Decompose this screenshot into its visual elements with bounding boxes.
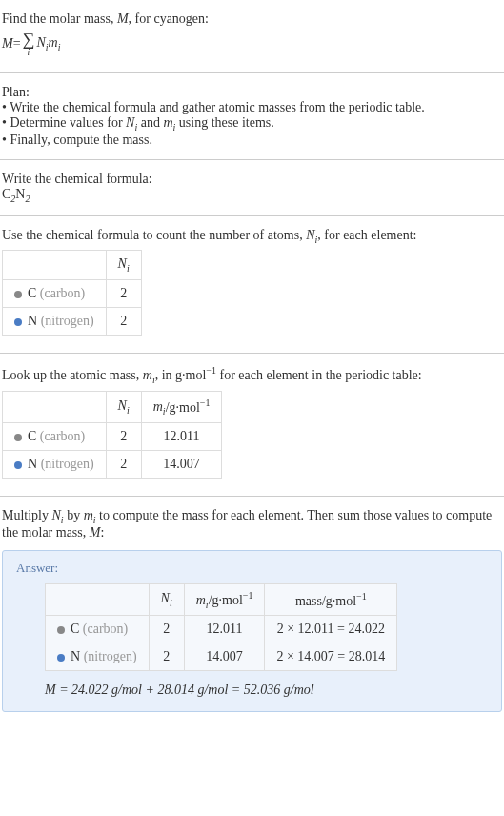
table-header-row: Ni mi/g·mol−1 — [3, 391, 222, 422]
eq-equals: = — [13, 36, 21, 51]
element-cell: C (carbon) — [3, 423, 107, 451]
header-empty — [46, 583, 150, 615]
element-cell: N (nitrogen) — [46, 643, 150, 671]
intro-section: Find the molar mass, M, for cyanogen: M … — [0, 8, 504, 65]
table-row: N (nitrogen) 2 14.007 2 × 14.007 = 28.01… — [46, 643, 397, 671]
table-row: N (nitrogen) 2 — [3, 308, 142, 336]
lookup-table: Ni mi/g·mol−1 C (carbon) 2 12.011 N (nit… — [2, 391, 222, 479]
mass-cell: 2 × 12.011 = 24.022 — [265, 616, 397, 643]
intro-prefix: Find the molar mass, — [2, 11, 117, 26]
multiply-section: Multiply Ni by mi to compute the mass fo… — [0, 504, 504, 544]
mi-cell: 14.007 — [184, 643, 265, 671]
element-cell: N (nitrogen) — [3, 451, 107, 479]
ni-cell: 2 — [149, 643, 184, 671]
eq-lhs: M — [2, 36, 13, 51]
plan-heading: Plan: — [2, 85, 502, 100]
header-ni: Ni — [149, 583, 184, 615]
plan-bullet-1: • Write the chemical formula and gather … — [2, 100, 502, 115]
element-cell: N (nitrogen) — [3, 308, 107, 336]
answer-box: Answer: Ni mi/g·mol−1 mass/g·mol−1 C (ca… — [2, 550, 502, 712]
formula-section: Write the chemical formula: C2N2 — [0, 168, 504, 208]
divider — [0, 215, 504, 216]
table-header-row: Ni — [3, 251, 142, 280]
count-heading: Use the chemical formula to count the nu… — [2, 228, 502, 245]
table-row: N (nitrogen) 2 14.007 — [3, 451, 222, 479]
divider — [0, 72, 504, 73]
header-mass: mass/g·mol−1 — [265, 583, 397, 615]
table-header-row: Ni mi/g·mol−1 mass/g·mol−1 — [46, 583, 397, 615]
nitrogen-dot-icon — [57, 654, 65, 662]
header-mi: mi/g·mol−1 — [141, 391, 222, 422]
carbon-dot-icon — [57, 626, 65, 634]
nitrogen-dot-icon — [14, 461, 22, 469]
chemical-formula: C2N2 — [2, 187, 502, 204]
final-equation: M = 24.022 g/mol + 28.014 g/mol = 52.036… — [45, 683, 488, 698]
mi-cell: 12.011 — [141, 423, 222, 451]
lookup-heading: Look up the atomic mass, mi, in g·mol−1 … — [2, 365, 502, 384]
nitrogen-dot-icon — [14, 318, 22, 326]
header-ni: Ni — [106, 391, 141, 422]
ni-cell: 2 — [106, 451, 141, 479]
count-table: Ni C (carbon) 2 N (nitrogen) 2 — [2, 250, 142, 336]
lookup-section: Look up the atomic mass, mi, in g·mol−1 … — [0, 361, 504, 488]
mi-cell: 12.011 — [184, 616, 265, 643]
sigma-icon: ∑ i — [23, 31, 35, 57]
multiply-text: Multiply Ni by mi to compute the mass fo… — [2, 508, 502, 541]
element-cell: C (carbon) — [3, 280, 107, 308]
carbon-dot-icon — [14, 434, 22, 441]
header-ni: Ni — [106, 251, 141, 280]
header-mi: mi/g·mol−1 — [184, 583, 265, 615]
table-row: C (carbon) 2 12.011 2 × 12.011 = 24.022 — [46, 616, 397, 643]
divider — [0, 496, 504, 497]
plan-bullet-2: • Determine values for Ni and mi using t… — [2, 115, 502, 133]
element-cell: C (carbon) — [46, 616, 150, 643]
intro-line: Find the molar mass, M, for cyanogen: — [2, 11, 502, 27]
eq-mi: mi — [49, 35, 61, 52]
plan-bullet-3: • Finally, compute the mass. — [2, 133, 502, 148]
divider — [0, 353, 504, 354]
answer-table: Ni mi/g·mol−1 mass/g·mol−1 C (carbon) 2 … — [45, 583, 397, 671]
count-section: Use the chemical formula to count the nu… — [0, 224, 504, 346]
intro-suffix: , for cyanogen: — [129, 11, 209, 26]
ni-cell: 2 — [106, 280, 141, 308]
formula-heading: Write the chemical formula: — [2, 172, 502, 187]
ni-cell: 2 — [149, 616, 184, 643]
intro-var: M — [117, 11, 129, 26]
eq-ni: Ni — [36, 35, 48, 52]
plan-section: Plan: • Write the chemical formula and g… — [0, 81, 504, 152]
mass-cell: 2 × 14.007 = 28.014 — [265, 643, 397, 671]
mi-cell: 14.007 — [141, 451, 222, 479]
molar-mass-equation: M = ∑ i Nimi — [2, 27, 502, 61]
ni-cell: 2 — [106, 423, 141, 451]
table-row: C (carbon) 2 12.011 — [3, 423, 222, 451]
carbon-dot-icon — [14, 291, 22, 298]
header-empty — [3, 391, 107, 422]
ni-cell: 2 — [106, 308, 141, 336]
divider — [0, 159, 504, 160]
header-empty — [3, 251, 107, 280]
answer-label: Answer: — [16, 561, 488, 576]
table-row: C (carbon) 2 — [3, 280, 142, 308]
